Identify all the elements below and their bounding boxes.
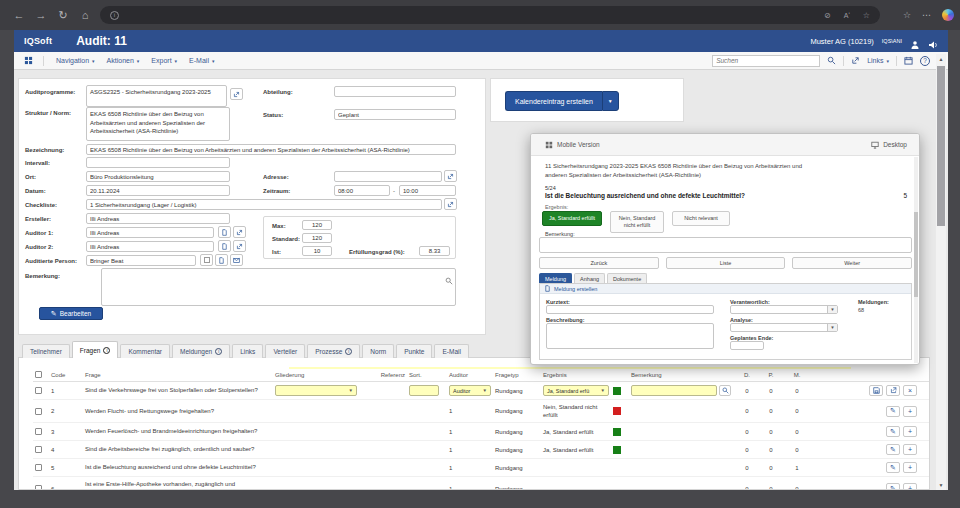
auditprogramme-open-icon[interactable] [230,88,243,100]
bemerkung-search-icon[interactable] [445,271,453,279]
add-row-button[interactable]: + [903,483,917,490]
auditierte-person-document-icon[interactable] [215,254,228,266]
col-auditor[interactable]: Auditor [449,372,495,378]
row-checkbox[interactable] [35,387,42,394]
col-p[interactable]: P. [759,372,783,378]
favorite-star-icon[interactable]: ☆ [863,11,870,20]
verantwortlich-select[interactable]: ▼ [730,305,838,314]
export-row-button[interactable] [886,385,900,396]
weiter-button[interactable]: Weiter [792,257,912,269]
calendar-icon[interactable] [904,56,913,65]
answer-ja-button[interactable]: Ja, Standard erfüllt [542,211,602,226]
home-icon[interactable]: ⌂ [74,9,96,21]
bezeichnung-field[interactable] [86,144,456,155]
apps-grid-icon[interactable] [24,56,33,65]
scroll-up-icon[interactable]: ▲ [936,56,946,62]
scroll-down-icon[interactable]: ▼ [936,482,946,488]
ort-field[interactable] [86,171,230,182]
row-checkbox[interactable] [35,408,42,415]
account-name[interactable]: Muster AG (10219) [810,37,873,46]
row-checkbox[interactable] [35,428,42,435]
brand-logo[interactable]: IQSoft [24,36,52,46]
beschreibung-field[interactable] [546,323,714,349]
edit-row-button[interactable]: ✎ [886,406,900,417]
zeitraum-to-field[interactable] [399,185,456,196]
tab-punkte[interactable]: Punkte [396,344,432,358]
overlay-scrollbar-thumb[interactable] [914,212,918,297]
auditierte-person-field[interactable] [86,255,196,266]
help-icon[interactable]: ? [920,56,930,66]
favorites-bar-icon[interactable]: ☆ [903,10,911,20]
checkliste-open-icon[interactable] [444,198,457,210]
edit-button[interactable]: ✎Bearbeiten [39,307,103,320]
menu-email[interactable]: E-Mail▾ [189,57,214,64]
auditierte-person-checkbox[interactable] [200,254,213,266]
tab-meldungen[interactable]: Meldungen i [172,344,230,358]
tab-anhang[interactable]: Anhang [574,273,605,283]
back-icon[interactable]: ← [8,9,30,21]
copilot-icon[interactable] [942,9,954,21]
auditor2-open-icon[interactable] [233,240,246,252]
tab-norm[interactable]: Norm [362,344,394,358]
delete-row-button[interactable]: × [903,385,917,396]
adresse-open-icon[interactable] [444,170,457,182]
add-row-button[interactable]: + [903,406,917,417]
auditor1-document-icon[interactable] [218,226,231,238]
liste-button[interactable]: Liste [666,257,786,269]
bemerkung-search-button[interactable] [719,385,731,396]
tab-prozesse[interactable]: Prozesse i [307,344,360,358]
menu-export[interactable]: Export▾ [151,57,177,64]
col-fragetyp[interactable]: Fragetyp [495,372,543,378]
menu-aktionen[interactable]: Aktionen▾ [107,57,140,64]
search-input[interactable] [712,55,820,67]
row-checkbox[interactable] [35,464,42,471]
col-frage[interactable]: Frage [85,372,275,378]
tab-verteiler[interactable]: Verteiler [265,344,305,358]
edit-row-button[interactable]: ✎ [886,426,900,437]
mobile-version-toggle[interactable]: Mobile Version [545,141,600,149]
add-row-button[interactable]: + [903,426,917,437]
col-ergebnis[interactable]: Ergebnis [543,372,613,378]
menu-links[interactable]: Links▾ [867,57,889,64]
erfuellungsgrad-field[interactable] [419,246,450,256]
calendar-entry-dropdown-button[interactable]: ▼ [602,91,619,111]
col-bemerkung[interactable]: Bemerkung [631,372,735,378]
meldung-erstellen-link[interactable]: Meldung erstellen [540,284,911,294]
auditor-select[interactable]: Auditor▼ [449,385,491,396]
auditprogramme-field[interactable]: ASGS2325 - Sicherheitsrundgang 2023-2025 [86,85,227,107]
auditierte-person-mail-icon[interactable] [230,254,243,266]
tab-kommentar[interactable]: Kommentar [120,344,170,358]
search-icon[interactable] [827,56,836,65]
zoom-out-icon[interactable]: ⊘ [824,11,831,20]
user-login[interactable]: IQS\ANI [882,38,902,44]
text-size-icon[interactable]: Aʹ [844,12,850,19]
answer-nein-button[interactable]: Nein, Standard nicht erfüllt [610,211,664,233]
answer-nicht-relevant-button[interactable]: Nicht relevant [672,211,730,226]
create-calendar-entry-button[interactable]: Kalendereintrag erstellen [505,91,602,111]
add-row-button[interactable]: + [903,444,917,455]
gliederung-select[interactable]: ▼ [275,385,357,396]
add-row-button[interactable]: + [903,462,917,473]
kurztext-field[interactable] [546,305,714,314]
row-checkbox[interactable] [35,446,42,453]
external-link-icon[interactable] [851,56,860,65]
select-all-checkbox[interactable] [35,371,42,378]
menu-navigation[interactable]: Navigation▾ [56,57,95,64]
tab-teilnehmer[interactable]: Teilnehmer [22,344,70,358]
bemerkung-input[interactable] [631,385,717,396]
tab-meldung[interactable]: Meldung [539,273,572,283]
col-d[interactable]: D. [735,372,759,378]
overlay-scrollbar[interactable] [914,157,918,363]
sort-input[interactable] [409,385,439,396]
adresse-field[interactable] [334,171,442,182]
edit-row-button[interactable]: ✎ [886,483,900,490]
zeitraum-from-field[interactable] [334,185,390,196]
intervall-field[interactable] [86,157,230,168]
tab-fragen[interactable]: Fragen i [72,341,119,358]
auditor2-field[interactable] [86,241,214,252]
scrollbar-thumb[interactable] [937,66,945,226]
max-field[interactable] [302,220,332,230]
row-checkbox[interactable] [35,485,42,490]
checkliste-field[interactable] [86,199,442,210]
col-sort[interactable]: Sort. [409,372,449,378]
